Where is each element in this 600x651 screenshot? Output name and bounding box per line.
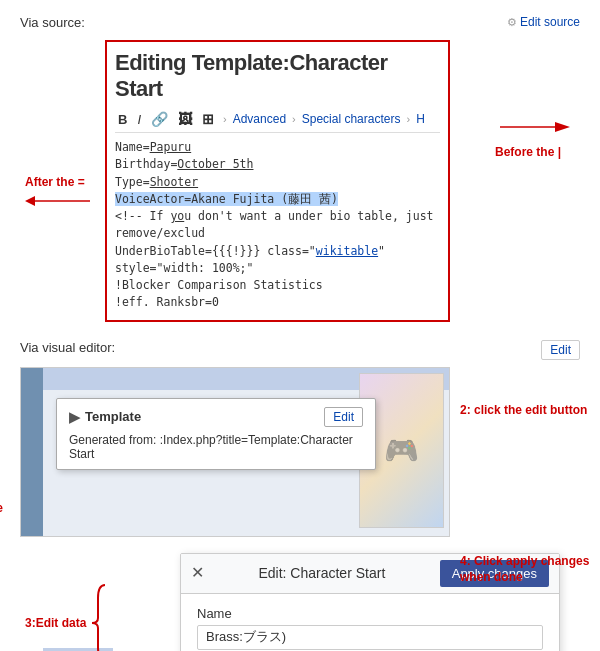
editor-content: Name=Papuru Birthday=October 5th Type=Sh… bbox=[115, 139, 440, 312]
character-illustration: 🎮 bbox=[384, 434, 419, 467]
content-line-5: <!-- If you don't want a under bio table… bbox=[115, 208, 440, 243]
source-header: Via source: Edit source bbox=[20, 15, 580, 36]
content-line-3: Type=Shooter bbox=[115, 174, 440, 191]
template-icon: ▶ bbox=[69, 409, 80, 425]
visual-label: Via visual editor: bbox=[20, 340, 115, 355]
before-arrow-icon bbox=[495, 112, 575, 142]
popup-edit-button[interactable]: Edit bbox=[324, 407, 363, 427]
template-popup: ▶ Template Edit Generated from: :Index.p… bbox=[56, 398, 376, 470]
field-input-name[interactable] bbox=[197, 625, 543, 650]
annotation-1: 1: click area controlled by template bbox=[0, 483, 5, 517]
annotation-3-container: 3:Edit data bbox=[25, 583, 108, 652]
italic-button[interactable]: I bbox=[134, 111, 144, 128]
edit-source-button[interactable]: Edit source bbox=[507, 15, 580, 29]
content-line-6: UnderBioTable={{{!}}} class="wikitable" … bbox=[115, 243, 440, 278]
dialog-title: Edit: Character Start bbox=[212, 565, 432, 581]
dialog-body: Name SpeedMax bbox=[181, 594, 559, 652]
before-annotation: Before the | bbox=[495, 112, 575, 159]
special-chars-link[interactable]: Special characters bbox=[302, 112, 401, 126]
content-line-4: VoiceActor=Akane Fujita (藤田 茜) bbox=[115, 191, 440, 208]
visual-section-header: Via visual editor: Edit bbox=[20, 340, 580, 361]
annotation-4: 4: Click apply changes when done bbox=[460, 553, 600, 587]
visual-section: Via visual editor: Edit 8/03/2 ▶ Templat… bbox=[20, 340, 580, 537]
more-link[interactable]: H bbox=[416, 112, 425, 126]
image-button[interactable]: 🖼 bbox=[175, 110, 195, 128]
toolbar-separator-1: › bbox=[223, 113, 227, 125]
annotation-2: 2: click the edit button bbox=[460, 402, 590, 419]
field-label-name: Name bbox=[197, 606, 543, 621]
template-popup-header: ▶ Template Edit bbox=[69, 407, 363, 427]
content-line-8: !eff. Ranksbr=0 bbox=[115, 294, 440, 311]
svg-marker-3 bbox=[25, 196, 35, 206]
annotation-3-text: 3:Edit data bbox=[25, 616, 86, 630]
toolbar-separator-3: › bbox=[406, 113, 410, 125]
svg-marker-1 bbox=[555, 122, 570, 132]
visual-editor-area[interactable]: 8/03/2 ▶ Template Edit Generated from: :… bbox=[20, 367, 450, 537]
brace-icon bbox=[90, 583, 108, 652]
content-line-7: !Blocker Comparison Statistics bbox=[115, 277, 440, 294]
toolbar-separator-2: › bbox=[292, 113, 296, 125]
left-blue-bar bbox=[21, 368, 43, 536]
bold-button[interactable]: B bbox=[115, 111, 130, 128]
template-popup-title: ▶ Template bbox=[69, 409, 141, 425]
after-arrow-icon bbox=[25, 191, 95, 211]
visual-edit-button[interactable]: Edit bbox=[541, 340, 580, 360]
content-line-2: Birthday=October 5th bbox=[115, 156, 440, 173]
advanced-link[interactable]: Advanced bbox=[233, 112, 286, 126]
after-annotation: After the = bbox=[25, 175, 95, 214]
source-label: Via source: bbox=[20, 15, 85, 30]
source-editor-box: Editing Template:Character Start B I 🔗 🖼… bbox=[105, 40, 450, 322]
source-section: Via source: Edit source Editing Template… bbox=[20, 15, 580, 322]
after-annotation-text: After the = bbox=[25, 175, 95, 189]
editor-title: Editing Template:Character Start bbox=[115, 50, 440, 102]
dialog-close-button[interactable]: ✕ bbox=[191, 565, 204, 581]
template-popup-description: Generated from: :Index.php?title=Templat… bbox=[69, 433, 363, 461]
table-button[interactable]: ⊞ bbox=[199, 110, 217, 128]
dialog-section: ✕ Edit: Character Start Apply changes Na… bbox=[20, 553, 580, 652]
link-button[interactable]: 🔗 bbox=[148, 110, 171, 128]
content-line-1: Name=Papuru bbox=[115, 139, 440, 156]
before-annotation-text: Before the | bbox=[495, 145, 561, 159]
editor-toolbar: B I 🔗 🖼 ⊞ › Advanced › Special character… bbox=[115, 110, 440, 133]
